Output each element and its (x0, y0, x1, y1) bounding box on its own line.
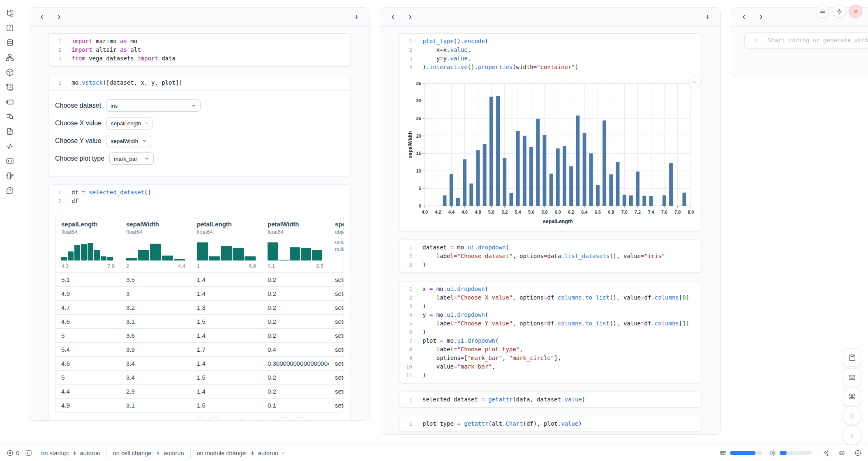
code-cell-imports[interactable]: 123import marimo as moimport altair as a… (48, 33, 351, 67)
table-row[interactable]: 53.61.40.2setos (55, 328, 344, 342)
fold-chevron-icon[interactable] (413, 339, 416, 342)
column-header-petalLength[interactable]: petalLengthfloat6416.9 (191, 215, 262, 272)
package-icon[interactable] (0, 65, 20, 80)
activity-icon[interactable] (0, 139, 20, 154)
table-cell: setos (329, 287, 344, 300)
code-cell-empty[interactable]: 1Start coding or generate with (744, 32, 868, 48)
dropdown-label: Choose dataset (55, 102, 101, 109)
fold-chevron-icon[interactable] (413, 39, 416, 42)
table-row[interactable]: 53.41.50.2setos (55, 370, 344, 384)
column-header-petalWidth[interactable]: petalWidthfloat640.12.5 (262, 215, 329, 272)
column-next-button[interactable] (756, 12, 766, 22)
bar-chart[interactable]: 4.04.24.44.64.85.05.25.45.65.86.06.26.46… (406, 80, 695, 225)
add-cell-button[interactable] (352, 12, 361, 22)
dropdown-select[interactable]: iris (106, 99, 201, 112)
column-name: sepalWidth (126, 221, 185, 228)
table-cell: setos (329, 343, 344, 356)
table-row[interactable]: 5.13.51.40.2setos (55, 272, 344, 286)
scratchpad-icon[interactable] (0, 168, 20, 183)
list-search-icon[interactable] (0, 109, 20, 124)
code-cell-plot-expression[interactable]: 1234plot_type().encode( x=x.value, y=y.v… (399, 33, 702, 231)
page-number: 1 (245, 420, 247, 421)
code-cell-selected-dataset[interactable]: 1selected_dataset = getattr(data, datase… (399, 392, 702, 408)
activity-rail: f ? (0, 6, 20, 198)
last-page-button[interactable] (293, 417, 305, 421)
column-header-sepalLength[interactable]: sepalLengthfloat644.37.9 (55, 215, 120, 272)
add-cell-button[interactable] (703, 12, 712, 22)
database-icon[interactable] (0, 35, 20, 50)
table-cell: 3 (120, 287, 191, 300)
table-cell: 4.9 (55, 287, 120, 300)
help-icon[interactable]: ? (0, 183, 20, 198)
chart-options-button[interactable]: ⋯ (688, 76, 701, 88)
copilot-icon[interactable] (838, 449, 845, 456)
error-count: 0 (16, 450, 19, 456)
save-button[interactable] (843, 348, 861, 366)
code-cell-dataframe[interactable]: 12df = selected_dataset()df sepalLengthf… (48, 184, 351, 421)
column-header-sepalWidth[interactable]: sepalWidthfloat6424.4 (120, 215, 191, 272)
close-icon[interactable] (849, 5, 862, 18)
dependency-graph-icon[interactable] (0, 50, 20, 65)
status-bar: 0 on startup: autorun on cell change: au… (0, 445, 868, 461)
code-cell-xy-plot-dropdowns[interactable]: 1234567891011x = mo.ui.dropdown( label="… (399, 281, 702, 383)
run-button[interactable] (843, 426, 861, 445)
column-dtype: float64 (61, 229, 115, 235)
table-cell: 3.2 (120, 301, 191, 314)
column-histogram[interactable] (126, 240, 185, 260)
svg-text:f: f (9, 25, 11, 30)
column-histogram[interactable] (268, 240, 323, 260)
ai-sparkles-icon[interactable] (822, 449, 829, 456)
dropdown-select[interactable]: mark_bar (109, 152, 154, 165)
fold-chevron-icon[interactable] (413, 245, 416, 249)
fold-chevron-icon[interactable] (413, 313, 416, 316)
dropdown-select[interactable]: sepalLength (106, 117, 152, 129)
document-icon[interactable] (0, 124, 20, 139)
column-prev-button[interactable] (37, 12, 47, 22)
logs-scroll-icon[interactable] (0, 80, 20, 95)
column-next-button[interactable] (54, 12, 64, 22)
column-histogram[interactable] (197, 240, 256, 260)
fold-chevron-icon[interactable] (413, 287, 416, 290)
layout-button[interactable] (843, 368, 861, 386)
line-number: 1 (48, 37, 66, 46)
column-prev-button[interactable] (739, 12, 749, 22)
on-module-change-mode[interactable]: on module change: autorun (197, 450, 286, 456)
code-cell-dataset-dropdown[interactable]: 123dataset = mo.ui.dropdown( label="Choo… (399, 240, 702, 273)
column-histogram[interactable] (61, 240, 115, 260)
table-row[interactable]: 4.93.11.50.1setos (55, 398, 344, 412)
cpu-usage-bar (780, 451, 812, 455)
function-square-icon[interactable]: f (0, 21, 20, 35)
chat-bot-icon[interactable] (0, 95, 20, 109)
code-cell-plot-type[interactable]: 1plot_type = getattr(alt.Chart(df), plot… (399, 416, 702, 432)
page-select[interactable]: 1 (241, 418, 260, 421)
on-startup-mode[interactable]: on startup: autorun (41, 450, 100, 456)
stop-button[interactable] (843, 407, 861, 425)
table-row[interactable]: 4.73.21.30.2setos (55, 300, 344, 314)
connection-status-icon[interactable] (854, 449, 861, 456)
table-row[interactable]: 5.43.91.70.4setos (55, 342, 344, 356)
settings-gear-icon[interactable] (833, 5, 846, 18)
file-tree-icon[interactable] (0, 6, 20, 21)
on-cell-change-mode[interactable]: on cell change: autorun (113, 450, 184, 456)
keyboard-shortcuts-button[interactable]: ⌘ (843, 388, 861, 406)
errors-icon[interactable] (7, 449, 14, 456)
dropdown-select[interactable]: sepalWidth (106, 135, 151, 147)
prev-page-button[interactable] (209, 417, 220, 421)
table-row[interactable]: 4.42.91.40.2setos (55, 384, 344, 398)
menu-button[interactable] (816, 5, 829, 18)
table-cell: 2.9 (120, 385, 191, 398)
svg-text:sepalLength: sepalLength (543, 219, 573, 224)
table-row[interactable]: 4.63.11.50.2setos (55, 314, 344, 328)
first-page-button[interactable] (195, 417, 206, 421)
column-prev-button[interactable] (388, 12, 398, 22)
search-icon[interactable] (56, 420, 63, 421)
table-row[interactable]: 4.63.41.40.30000000000000004setos (55, 356, 344, 370)
terminal-icon[interactable] (25, 449, 32, 456)
next-page-button[interactable] (279, 417, 291, 421)
code-snippet-icon[interactable] (0, 154, 20, 168)
column-header-speci[interactable]: speciobjecuniqunulls: (329, 215, 344, 272)
column-next-button[interactable] (405, 12, 415, 22)
code-cell-vstack[interactable]: 1mo.vstack([dataset, x, y, plot]) Choose… (48, 75, 351, 176)
table-row[interactable]: 4.931.40.2setos (55, 286, 344, 300)
download-button[interactable]: Download (311, 420, 343, 421)
